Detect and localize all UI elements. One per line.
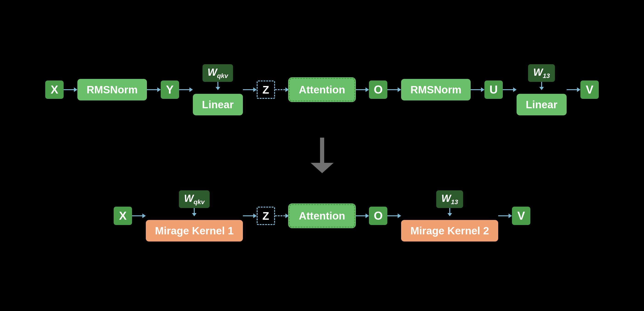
arrow-rmsnorm1-y1 (147, 85, 161, 94)
arrow-attention1-o1 (355, 85, 369, 94)
arrow-o2-mirage2 (387, 211, 401, 220)
node-rmsnorm2: RMSNorm (401, 79, 470, 100)
node-x2: X (114, 207, 132, 225)
node-v1: V (580, 80, 599, 99)
node-u1: U (484, 80, 503, 99)
svg-marker-25 (311, 163, 334, 173)
svg-marker-31 (253, 214, 257, 218)
weight-w13-label-bottom: W13 (436, 190, 463, 208)
arrow-u1-linear2 (503, 85, 516, 94)
node-z1: Z (257, 80, 275, 99)
arrow-mirage1-z2 (243, 211, 257, 220)
svg-marker-23 (577, 87, 580, 92)
mirage1-wrapper: Wqkv Mirage Kernel 1 (146, 190, 243, 242)
node-z2: Z (257, 207, 275, 225)
top-row: X RMSNorm Y Wqkv Linear (0, 64, 644, 115)
svg-marker-37 (398, 214, 401, 218)
diagram-container: X RMSNorm Y Wqkv Linear (0, 0, 644, 311)
arrow-attention2-o2 (355, 211, 369, 220)
weight-wqkv-label-bottom: Wqkv (179, 190, 210, 208)
weight-w13-bottom: W13 (436, 190, 463, 218)
svg-marker-39 (448, 213, 452, 216)
svg-marker-3 (157, 87, 161, 92)
weight-wqkv-arrow-bottom (190, 208, 198, 218)
svg-marker-19 (513, 87, 516, 92)
arrow-mirage2-v2 (498, 211, 512, 220)
node-o1: O (369, 80, 387, 99)
weight-wqkv-arrow (214, 82, 222, 91)
svg-marker-17 (481, 87, 484, 92)
arrow-rmsnorm2-u1 (471, 85, 484, 94)
node-rmsnorm1: RMSNorm (77, 79, 147, 100)
arrow-linear2-v1 (567, 85, 580, 94)
node-attention1: Attention (289, 78, 356, 101)
weight-w13-top: W13 (528, 64, 555, 91)
node-attention2: Attention (289, 204, 356, 228)
weight-wqkv-top: Wqkv (202, 64, 233, 91)
center-down-arrow (308, 138, 336, 175)
weight-w13-arrow-bottom (446, 208, 454, 218)
svg-marker-13 (366, 87, 369, 92)
node-linear1: Linear (193, 94, 243, 115)
svg-marker-29 (192, 213, 196, 216)
arrow-y1-linear1 (179, 85, 193, 94)
svg-marker-1 (74, 87, 77, 92)
svg-marker-11 (286, 87, 289, 92)
svg-marker-7 (216, 87, 220, 90)
svg-marker-41 (508, 214, 512, 218)
arrow-z1-attention1 (275, 85, 289, 94)
svg-marker-5 (190, 87, 193, 92)
svg-marker-35 (366, 214, 369, 218)
arrow-x1-rmsnorm1 (64, 85, 77, 94)
weight-wqkv-bottom: Wqkv (179, 190, 210, 218)
svg-marker-21 (539, 87, 544, 90)
node-v2: V (512, 207, 530, 225)
arrow-linear1-z1 (243, 85, 257, 94)
node-x1: X (45, 80, 64, 99)
node-y1: Y (161, 80, 179, 99)
mirage2-wrapper: W13 Mirage Kernel 2 (401, 190, 498, 242)
node-mirage2: Mirage Kernel 2 (401, 220, 498, 242)
arrow-x2-mirage1 (132, 211, 146, 220)
node-linear2: Linear (516, 94, 567, 115)
arrow-o1-rmsnorm2 (387, 85, 401, 94)
node-o2: O (369, 207, 387, 225)
linear1-wrapper: Wqkv Linear (193, 64, 243, 115)
weight-w13-arrow-top (538, 82, 546, 91)
svg-marker-33 (286, 214, 289, 218)
node-mirage1: Mirage Kernel 1 (146, 220, 243, 242)
weight-w13-label-top: W13 (528, 64, 555, 82)
weight-wqkv-label: Wqkv (202, 64, 233, 82)
svg-marker-27 (142, 214, 146, 218)
arrow-z2-attention2 (275, 211, 289, 220)
linear2-wrapper: W13 Linear (516, 64, 567, 115)
svg-marker-15 (398, 87, 401, 92)
bottom-row: X Wqkv Mirage Kernel 1 Z Attention (0, 190, 644, 242)
svg-marker-9 (253, 87, 257, 92)
